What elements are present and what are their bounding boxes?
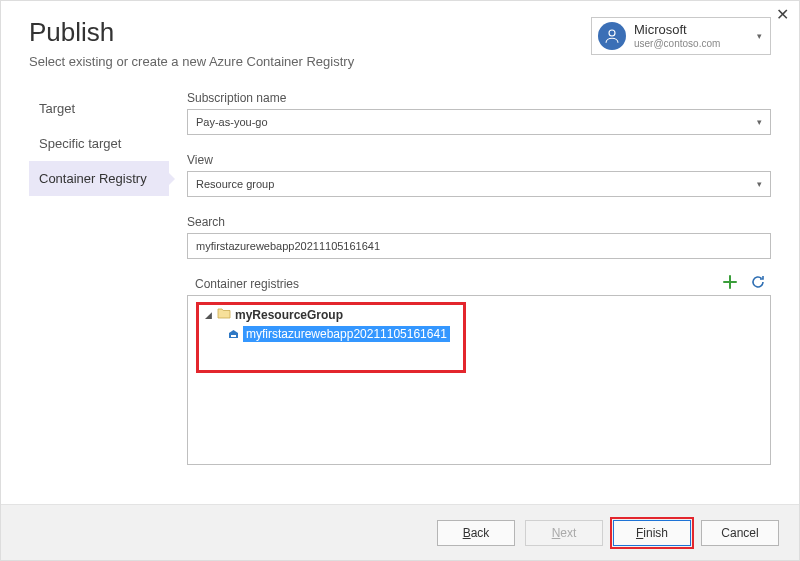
back-button[interactable]: Back [437, 520, 515, 546]
wizard-sidebar: Target Specific target Container Registr… [29, 87, 169, 465]
resource-group-node[interactable]: ◢ myResourceGroup [205, 307, 457, 322]
svg-point-0 [609, 30, 615, 36]
back-rest: ack [471, 526, 490, 540]
sidebar-item-container-registry[interactable]: Container Registry [29, 161, 169, 196]
account-picker[interactable]: Microsoft user@contoso.com ▾ [591, 17, 771, 55]
highlighted-region: ◢ myResourceGroup myfirstazurewebapp2021… [196, 302, 466, 373]
registries-tree[interactable]: ◢ myResourceGroup myfirstazurewebapp2021… [187, 295, 771, 465]
refresh-button[interactable] [749, 273, 767, 291]
folder-icon [217, 307, 231, 322]
add-registry-button[interactable] [721, 273, 739, 291]
main-panel: Subscription name Pay-as-you-go ▾ View R… [169, 87, 771, 465]
chevron-down-icon: ▾ [757, 31, 762, 41]
publish-dialog: ✕ Publish Select existing or create a ne… [0, 0, 800, 561]
account-name: Microsoft [634, 23, 720, 37]
dialog-title: Publish [29, 17, 354, 48]
chevron-down-icon: ▾ [757, 117, 762, 127]
registry-item[interactable]: myfirstazurewebapp20211105161641 [227, 326, 457, 342]
subscription-label: Subscription name [187, 91, 771, 105]
view-label: View [187, 153, 771, 167]
search-input[interactable]: myfirstazurewebapp20211105161641 [187, 233, 771, 259]
close-button[interactable]: ✕ [776, 7, 789, 23]
subscription-dropdown[interactable]: Pay-as-you-go ▾ [187, 109, 771, 135]
search-label: Search [187, 215, 771, 229]
sidebar-item-target[interactable]: Target [29, 91, 169, 126]
finish-button[interactable]: Finish [613, 520, 691, 546]
registries-label: Container registries [187, 277, 299, 291]
cancel-button[interactable]: Cancel [701, 520, 779, 546]
search-value: myfirstazurewebapp20211105161641 [196, 240, 380, 252]
next-rest: ext [560, 526, 576, 540]
registry-icon [227, 328, 240, 341]
resource-group-name: myResourceGroup [235, 308, 343, 322]
chevron-down-icon: ▾ [757, 179, 762, 189]
selected-registry: myfirstazurewebapp20211105161641 [243, 326, 450, 342]
dialog-subtitle: Select existing or create a new Azure Co… [29, 54, 354, 69]
view-value: Resource group [196, 178, 274, 190]
finish-rest: inish [643, 526, 668, 540]
view-dropdown[interactable]: Resource group ▾ [187, 171, 771, 197]
sidebar-item-specific-target[interactable]: Specific target [29, 126, 169, 161]
back-mnemonic: B [463, 526, 471, 540]
header-text: Publish Select existing or create a new … [29, 17, 354, 87]
account-info: Microsoft user@contoso.com [634, 23, 720, 48]
dialog-footer: Back Next Finish Cancel [1, 504, 799, 560]
account-email: user@contoso.com [634, 38, 720, 49]
collapse-icon: ◢ [205, 310, 213, 320]
subscription-value: Pay-as-you-go [196, 116, 268, 128]
avatar-icon [598, 22, 626, 50]
next-button: Next [525, 520, 603, 546]
